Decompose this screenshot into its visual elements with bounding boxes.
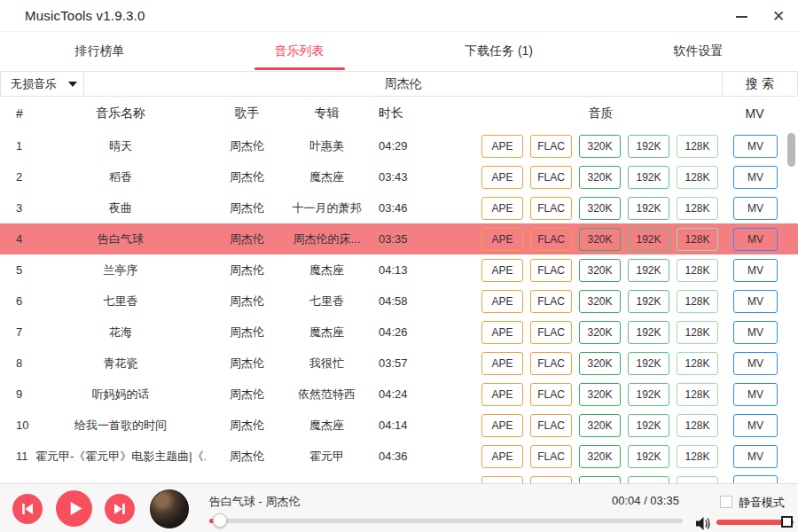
search-input[interactable] (84, 71, 723, 97)
download-192k-button[interactable]: 192K (628, 166, 669, 189)
download-320k-button[interactable]: 320K (579, 166, 621, 189)
download-ape-button[interactable]: APE (481, 321, 523, 344)
download-flac-button[interactable]: FLAC (530, 228, 572, 251)
tab-music-list[interactable]: 音乐列表 (200, 32, 399, 71)
table-row[interactable]: 2稻香周杰伦魔杰座03:43APEFLAC320K192K128KMV (0, 161, 798, 192)
download-192k-button[interactable]: 192K (628, 383, 669, 406)
mv-button[interactable]: MV (733, 352, 778, 375)
download-128k-button[interactable]: 128K (677, 290, 718, 313)
table-row[interactable]: 8青花瓷周杰伦我很忙03:57APEFLAC320K192K128KMV (0, 348, 798, 379)
progress-slider[interactable] (209, 519, 683, 523)
download-192k-button[interactable]: 192K (628, 290, 669, 313)
download-ape-button[interactable]: APE (481, 414, 523, 437)
table-row[interactable]: 10给我一首歌的时间周杰伦魔杰座04:14APEFLAC320K192K128K… (0, 410, 798, 441)
download-128k-button[interactable]: 128K (677, 135, 718, 158)
download-320k-button[interactable]: 320K (579, 228, 621, 251)
download-192k-button[interactable]: 192K (628, 197, 669, 220)
download-ape-button[interactable]: APE (481, 228, 523, 251)
mute-checkbox[interactable] (720, 496, 732, 508)
download-128k-button[interactable]: 128K (677, 259, 718, 282)
download-192k-button[interactable]: 192K (628, 445, 669, 468)
download-ape-button[interactable]: APE (481, 290, 523, 313)
table-row-partial[interactable] (0, 472, 798, 483)
play-button[interactable] (56, 490, 92, 527)
download-128k-button[interactable]: 128K (677, 197, 718, 220)
download-192k-button[interactable]: 192K (628, 135, 669, 158)
download-320k-button[interactable]: 320K (579, 383, 621, 406)
download-320k-button[interactable]: 320K (579, 290, 621, 313)
download-128k-button[interactable]: 128K (677, 445, 718, 468)
table-row[interactable]: 3夜曲周杰伦十一月的萧邦03:46APEFLAC320K192K128KMV (0, 192, 798, 223)
mv-button[interactable]: MV (733, 166, 778, 189)
download-flac-button[interactable]: FLAC (530, 414, 572, 437)
download-ape-button[interactable]: APE (481, 383, 523, 406)
table-row[interactable]: 6七里香周杰伦七里香04:58APEFLAC320K192K128KMV (0, 286, 798, 317)
table-row[interactable]: 4告白气球周杰伦周杰伦的床...03:35APEFLAC320K192K128K… (0, 223, 798, 254)
download-flac-button[interactable]: FLAC (530, 352, 572, 375)
table-row[interactable]: 5兰亭序周杰伦魔杰座04:13APEFLAC320K192K128KMV (0, 254, 798, 286)
download-ape-button[interactable] (481, 476, 523, 484)
scrollbar-thumb[interactable] (787, 133, 795, 167)
download-ape-button[interactable]: APE (481, 197, 523, 220)
tab-download-tasks[interactable]: 下载任务 (1) (399, 32, 598, 71)
mv-button[interactable]: MV (733, 383, 778, 406)
download-flac-button[interactable]: FLAC (530, 166, 572, 189)
download-192k-button[interactable]: 192K (628, 259, 669, 282)
download-128k-button[interactable]: 128K (677, 352, 718, 375)
download-128k-button[interactable]: 128K (677, 383, 718, 406)
progress-slider-thumb[interactable] (213, 513, 227, 528)
next-track-button[interactable] (105, 494, 135, 524)
download-flac-button[interactable]: FLAC (530, 445, 572, 468)
table-row[interactable]: 9听妈妈的话周杰伦依然范特西04:24APEFLAC320K192K128KMV (0, 379, 798, 410)
mv-button[interactable]: MV (733, 445, 778, 468)
download-192k-button[interactable]: 192K (628, 228, 669, 251)
download-ape-button[interactable]: APE (481, 352, 523, 375)
download-ape-button[interactable]: APE (481, 135, 523, 158)
download-flac-button[interactable] (530, 476, 572, 484)
download-320k-button[interactable] (579, 476, 621, 484)
download-128k-button[interactable]: 128K (677, 228, 718, 251)
download-320k-button[interactable]: 320K (579, 414, 621, 437)
download-192k-button[interactable]: 192K (628, 321, 669, 344)
tab-settings[interactable]: 软件设置 (598, 32, 798, 71)
tab-ranking[interactable]: 排行榜单 (0, 32, 200, 71)
download-320k-button[interactable]: 320K (579, 259, 621, 282)
source-select[interactable]: 无损音乐 (0, 71, 84, 97)
mv-button[interactable]: MV (733, 414, 778, 437)
download-192k-button[interactable]: 192K (628, 352, 669, 375)
close-button[interactable]: ✕ (764, 4, 793, 28)
table-row[interactable]: 1晴天周杰伦叶惠美04:29APEFLAC320K192K128KMV (0, 130, 798, 161)
download-320k-button[interactable]: 320K (579, 321, 621, 344)
download-flac-button[interactable]: FLAC (530, 197, 572, 220)
download-192k-button[interactable]: 192K (628, 414, 669, 437)
download-128k-button[interactable]: 128K (677, 321, 718, 344)
download-192k-button[interactable] (628, 476, 669, 484)
table-row[interactable]: 7花海周杰伦魔杰座04:26APEFLAC320K192K128KMV (0, 317, 798, 348)
mv-button[interactable]: MV (733, 290, 778, 313)
mv-button[interactable]: MV (733, 135, 778, 158)
minimize-button[interactable] (727, 4, 755, 28)
download-320k-button[interactable]: 320K (579, 352, 621, 375)
download-flac-button[interactable]: FLAC (530, 290, 572, 313)
mv-button[interactable]: MV (733, 259, 778, 282)
table-row[interactable]: 11霍元甲-《霍元甲》电影主题曲|《...周杰伦霍元甲04:36APEFLAC3… (0, 441, 798, 472)
download-320k-button[interactable]: 320K (579, 445, 621, 468)
volume-slider-thumb[interactable] (781, 516, 793, 528)
previous-track-button[interactable] (12, 494, 43, 524)
mv-button[interactable]: MV (733, 321, 778, 344)
download-128k-button[interactable] (677, 476, 718, 484)
download-flac-button[interactable]: FLAC (530, 383, 572, 406)
download-ape-button[interactable]: APE (481, 259, 523, 282)
download-flac-button[interactable]: FLAC (530, 259, 572, 282)
download-320k-button[interactable]: 320K (579, 135, 621, 158)
mv-button[interactable]: MV (733, 228, 778, 251)
mv-button[interactable] (733, 475, 778, 484)
download-128k-button[interactable]: 128K (677, 166, 718, 189)
download-ape-button[interactable]: APE (481, 166, 523, 189)
search-button[interactable]: 搜 索 (723, 71, 798, 97)
download-flac-button[interactable]: FLAC (530, 321, 572, 344)
download-flac-button[interactable]: FLAC (530, 135, 572, 158)
mv-button[interactable]: MV (733, 197, 778, 220)
download-320k-button[interactable]: 320K (579, 197, 621, 220)
download-128k-button[interactable]: 128K (677, 414, 718, 437)
